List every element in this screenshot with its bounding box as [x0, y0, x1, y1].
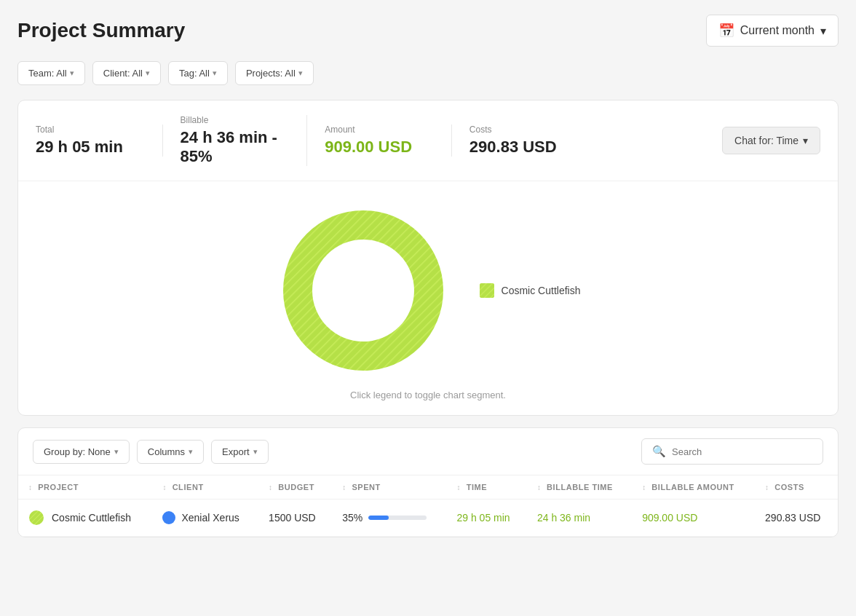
col-billable-time[interactable]: ↕ BILLABLE TIME — [527, 475, 632, 499]
col-spent[interactable]: ↕ SPENT — [332, 475, 446, 499]
search-box[interactable]: 🔍 — [641, 438, 823, 465]
group-by-button[interactable]: Group by: None ▾ — [33, 440, 130, 464]
svg-rect-6 — [480, 283, 494, 298]
sort-icon: ↕ — [342, 483, 346, 491]
col-budget[interactable]: ↕ BUDGET — [258, 475, 332, 499]
sort-icon: ↕ — [642, 483, 646, 491]
columns-label: Columns — [148, 446, 185, 457]
date-filter-label: Current month — [740, 24, 815, 37]
metric-total-value: 29 h 05 min — [36, 138, 145, 157]
export-label: Export — [222, 446, 250, 457]
spent-pct: 35% — [342, 512, 362, 524]
chevron-down-icon: ▾ — [213, 68, 217, 78]
chevron-down-icon: ▾ — [298, 68, 303, 78]
summary-card: Total 29 h 05 min Billable 24 h 36 min -… — [17, 100, 839, 416]
filter-bar: Team: All ▾ Client: All ▾ Tag: All ▾ Pro… — [17, 61, 839, 85]
chevron-down-icon: ▾ — [189, 447, 193, 457]
chart-legend[interactable]: Cosmic Cuttlefish — [480, 283, 581, 298]
chevron-down-icon: ▾ — [803, 135, 808, 146]
filter-client[interactable]: Client: All ▾ — [92, 61, 161, 85]
cell-time: 29 h 05 min — [446, 499, 526, 537]
summary-metrics: Total 29 h 05 min Billable 24 h 36 min -… — [18, 100, 838, 181]
sort-icon: ↕ — [269, 483, 273, 491]
sort-icon: ↕ — [162, 483, 167, 491]
metric-total-label: Total — [36, 125, 145, 135]
columns-button[interactable]: Columns ▾ — [137, 440, 204, 464]
chart-container: Cosmic Cuttlefish — [276, 203, 581, 378]
project-icon — [28, 510, 44, 526]
group-by-label: Group by: None — [44, 446, 111, 457]
page-wrapper: Project Summary 📅 Current month ▾ Team: … — [0, 0, 856, 616]
billable-amount-value: 909.00 USD — [642, 512, 697, 524]
progress-bar-bg — [368, 516, 427, 520]
chevron-down-icon: ▾ — [114, 447, 119, 457]
metric-billable-value: 24 h 36 min - 85% — [181, 128, 290, 166]
filter-tag-label: Tag: All — [179, 68, 210, 79]
metric-amount-value: 909.00 USD — [325, 138, 434, 157]
project-table: ↕ PROJECT ↕ CLIENT ↕ BUDGET ↕ SPENT — [18, 475, 838, 537]
col-billable-amount[interactable]: ↕ BILLABLE AMOUNT — [632, 475, 755, 499]
chevron-down-icon: ▾ — [146, 68, 150, 78]
table-row: Cosmic Cuttlefish Xenial Xerus 1500 USD … — [18, 499, 838, 537]
chevron-down-icon: ▾ — [253, 447, 258, 457]
filter-projects[interactable]: Projects: All ▾ — [235, 61, 314, 85]
filter-tag[interactable]: Tag: All ▾ — [168, 61, 228, 85]
table-card: Group by: None ▾ Columns ▾ Export ▾ 🔍 — [17, 427, 839, 537]
time-value: 29 h 05 min — [456, 512, 510, 524]
chat-button-label: Chat for: Time — [734, 135, 798, 146]
col-time[interactable]: ↕ TIME — [446, 475, 526, 499]
legend-dot — [480, 283, 494, 298]
col-project[interactable]: ↕ PROJECT — [18, 475, 152, 499]
sort-icon: ↕ — [765, 483, 769, 491]
table-toolbar: Group by: None ▾ Columns ▾ Export ▾ 🔍 — [18, 428, 838, 475]
chart-hint: Click legend to toggle chart segment. — [350, 390, 506, 400]
col-costs[interactable]: ↕ COSTS — [755, 475, 838, 499]
filter-projects-label: Projects: All — [246, 68, 296, 79]
cell-costs: 290.83 USD — [755, 499, 838, 537]
filter-team-label: Team: All — [28, 68, 67, 79]
svg-point-9 — [29, 510, 44, 525]
chevron-down-icon: ▾ — [70, 68, 74, 78]
calendar-icon: 📅 — [718, 23, 734, 39]
sort-icon: ↕ — [28, 483, 33, 491]
cell-budget: 1500 USD — [258, 499, 332, 537]
chart-area: Cosmic Cuttlefish Click legend to toggle… — [18, 181, 838, 415]
billable-time-value: 24 h 36 min — [537, 512, 590, 524]
date-filter-button[interactable]: 📅 Current month ▾ — [706, 15, 839, 47]
filter-team[interactable]: Team: All ▾ — [17, 61, 85, 85]
search-icon: 🔍 — [652, 445, 666, 458]
chevron-down-icon: ▾ — [820, 24, 826, 38]
client-avatar — [162, 511, 175, 524]
chat-button[interactable]: Chat for: Time ▾ — [722, 127, 820, 154]
table-header-row: ↕ PROJECT ↕ CLIENT ↕ BUDGET ↕ SPENT — [18, 475, 838, 499]
costs-value: 290.83 USD — [765, 512, 820, 524]
svg-point-3 — [312, 240, 414, 341]
sort-icon: ↕ — [537, 483, 542, 491]
legend-label: Cosmic Cuttlefish — [502, 285, 581, 296]
col-client[interactable]: ↕ CLIENT — [152, 475, 258, 499]
donut-chart[interactable] — [276, 203, 451, 378]
filter-client-label: Client: All — [103, 68, 143, 79]
metric-billable-label: Billable — [181, 115, 290, 125]
metric-costs-value: 290.83 USD — [469, 138, 687, 157]
cell-client: Xenial Xerus — [152, 499, 258, 537]
metric-amount-label: Amount — [325, 125, 434, 135]
client-name: Xenial Xerus — [181, 512, 239, 524]
page-title: Project Summary — [17, 19, 185, 42]
page-header: Project Summary 📅 Current month ▾ — [17, 15, 839, 47]
metric-billable: Billable 24 h 36 min - 85% — [181, 115, 308, 166]
cell-billable-amount: 909.00 USD — [632, 499, 755, 537]
cell-spent: 35% — [332, 499, 446, 537]
sort-icon: ↕ — [456, 483, 461, 491]
search-input[interactable] — [672, 446, 812, 457]
progress-bar-fill — [368, 516, 389, 520]
metric-amount: Amount 909.00 USD — [325, 125, 452, 157]
metric-total: Total 29 h 05 min — [36, 125, 163, 157]
cell-billable-time: 24 h 36 min — [527, 499, 632, 537]
metric-costs: Costs 290.83 USD — [469, 125, 705, 157]
project-name: Cosmic Cuttlefish — [52, 512, 131, 524]
export-button[interactable]: Export ▾ — [211, 440, 269, 464]
cell-project: Cosmic Cuttlefish — [18, 499, 152, 537]
metric-costs-label: Costs — [469, 125, 687, 135]
